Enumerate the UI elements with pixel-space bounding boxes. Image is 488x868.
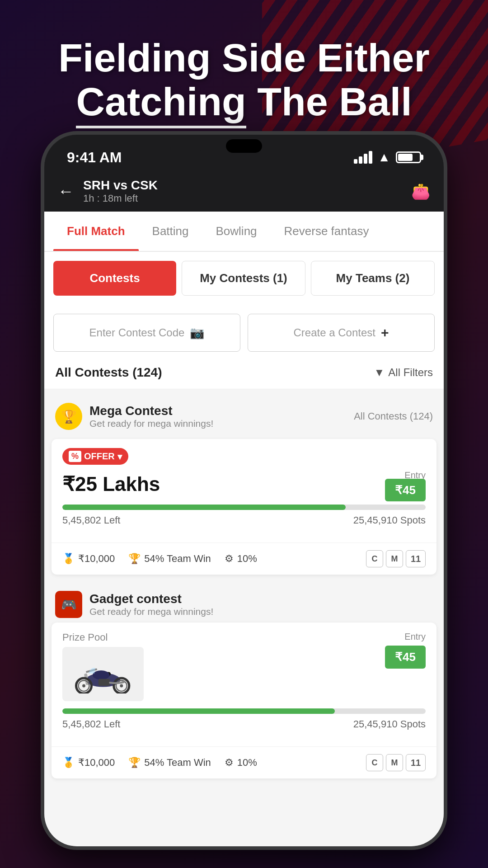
svg-point-2 bbox=[93, 670, 109, 679]
badge-num: 11 bbox=[406, 550, 426, 567]
all-contests-title: All Contests (124) bbox=[55, 365, 162, 380]
headline-section: Fielding Side Either Catching The Ball bbox=[0, 36, 488, 124]
mega-contest-card[interactable]: % OFFER ▾ ₹25 Lakhs Entry ₹45 bbox=[52, 439, 436, 575]
match-time-left: 1h : 18m left bbox=[83, 193, 158, 204]
gadget-badge-m: M bbox=[386, 754, 403, 771]
filter-button[interactable]: ▼ All Filters bbox=[374, 366, 433, 379]
gadget-contest-section: 🎮 Gadget contest Get ready for mega winn… bbox=[44, 582, 444, 778]
gadget-contest-card[interactable]: Prize Pool bbox=[52, 623, 436, 778]
headline-ball: The Ball bbox=[246, 79, 412, 124]
phone-frame: 9:41 AM ▲ ← SR bbox=[41, 131, 447, 850]
gadget-contest-name: Gadget contest bbox=[89, 592, 213, 606]
gadget-badge-c: C bbox=[366, 754, 383, 771]
prize-pool-image bbox=[62, 647, 144, 701]
svg-rect-11 bbox=[99, 679, 110, 685]
status-time: 9:41 AM bbox=[67, 149, 122, 166]
match-title: SRH vs CSK bbox=[83, 178, 158, 193]
chevron-down-icon: ▾ bbox=[117, 451, 122, 462]
team-badges: C M 11 bbox=[366, 550, 426, 567]
card-footer: 🥇 ₹10,000 🏆 54% Team Win ⚙ 10% C bbox=[52, 543, 436, 575]
status-icons: ▲ bbox=[354, 150, 421, 165]
total-spots: 25,45,910 Spots bbox=[353, 514, 426, 526]
prize-amount: ₹25 Lakhs bbox=[62, 472, 160, 495]
progress-fill bbox=[62, 505, 346, 510]
contests-header: All Contests (124) ▼ All Filters bbox=[44, 356, 444, 389]
gadget-spots-row: 5,45,802 Left 25,45,910 Spots bbox=[62, 718, 426, 730]
mega-contest-section: 🏆 Mega Contest Get ready for mega winnin… bbox=[44, 394, 444, 575]
subtab-contests[interactable]: Contests bbox=[53, 261, 176, 296]
mega-contest-icon: 🏆 bbox=[55, 403, 82, 430]
notch-inner bbox=[226, 139, 262, 153]
headline-line2: Catching The Ball bbox=[76, 79, 412, 128]
trophy-icon: 🥇 bbox=[62, 553, 75, 565]
qr-icon: 📷 bbox=[190, 326, 204, 340]
gadget-card-footer: 🥇 ₹10,000 🏆 54% Team Win ⚙ 10% C bbox=[52, 747, 436, 778]
motorcycle-svg bbox=[65, 655, 141, 693]
subtab-my-teams[interactable]: My Teams (2) bbox=[311, 261, 435, 296]
phone-content: Full Match Batting Bowling Reverse fanta… bbox=[44, 212, 444, 846]
gadget-trophy-icon: 🥇 bbox=[62, 757, 75, 769]
spots-left: 5,45,802 Left bbox=[62, 514, 120, 526]
first-prize-item: 🥇 ₹10,000 bbox=[62, 553, 115, 565]
gadget-gear-icon: ⚙ bbox=[225, 757, 234, 769]
progress-bar bbox=[62, 505, 426, 510]
tab-reverse-fantasy[interactable]: Reverse fantasy bbox=[271, 212, 383, 251]
status-bar: 9:41 AM ▲ bbox=[44, 135, 444, 171]
offer-badge: % OFFER ▾ bbox=[62, 448, 128, 465]
gadget-progress-fill bbox=[62, 708, 335, 714]
match-info: SRH vs CSK 1h : 18m left bbox=[83, 178, 158, 204]
wifi-icon: ▲ bbox=[378, 150, 390, 165]
gadget-first-prize-item: 🥇 ₹10,000 bbox=[62, 757, 115, 769]
gadget-entry-label: Entry bbox=[404, 632, 426, 642]
sub-tabs: Contests My Contests (1) My Teams (2) bbox=[44, 252, 444, 305]
notch bbox=[199, 135, 289, 157]
enter-contest-code-button[interactable]: Enter Contest Code 📷 bbox=[53, 314, 240, 352]
back-button[interactable]: ← bbox=[58, 182, 74, 201]
mega-contest-count: All Contests (124) bbox=[354, 410, 433, 422]
top-percent-item: ⚙ 10% bbox=[225, 553, 257, 565]
prize-pool-label: Prize Pool bbox=[62, 632, 144, 643]
tab-bowling[interactable]: Bowling bbox=[202, 212, 271, 251]
create-contest-button[interactable]: Create a Contest + bbox=[248, 314, 435, 352]
prize-row: ₹25 Lakhs Entry ₹45 bbox=[62, 470, 426, 497]
headline-text: Fielding Side Either Catching The Ball bbox=[27, 36, 461, 124]
gadget-contest-icon: 🎮 bbox=[55, 591, 82, 618]
percent-symbol: % bbox=[69, 451, 81, 462]
filter-icon: ▼ bbox=[374, 366, 385, 379]
subtab-my-contests[interactable]: My Contests (1) bbox=[182, 261, 305, 296]
badge-m: M bbox=[386, 550, 403, 567]
action-row: Enter Contest Code 📷 Create a Contest + bbox=[44, 305, 444, 356]
svg-point-7 bbox=[82, 684, 85, 687]
spots-row: 5,45,802 Left 25,45,910 Spots bbox=[62, 514, 426, 526]
mega-contest-name: Mega Contest bbox=[89, 404, 213, 418]
prize-image-row: Prize Pool bbox=[62, 632, 426, 701]
gadget-top-percent-item: ⚙ 10% bbox=[225, 757, 257, 769]
gear-icon: ⚙ bbox=[225, 553, 234, 565]
svg-point-10 bbox=[120, 684, 123, 687]
headline-catching: Catching bbox=[76, 79, 246, 128]
battery-icon bbox=[396, 151, 421, 163]
mega-contest-subtitle: Get ready for mega winnings! bbox=[89, 418, 213, 429]
mega-section-header: 🏆 Mega Contest Get ready for mega winnin… bbox=[44, 394, 444, 439]
gadget-contest-subtitle: Get ready for mega winnings! bbox=[89, 606, 213, 617]
gadget-total-spots: 25,45,910 Spots bbox=[353, 718, 426, 730]
tab-full-match[interactable]: Full Match bbox=[53, 212, 139, 251]
gadget-spots-left: 5,45,802 Left bbox=[62, 718, 120, 730]
tab-batting[interactable]: Batting bbox=[139, 212, 202, 251]
phone-container: 9:41 AM ▲ ← SR bbox=[41, 131, 447, 850]
plus-icon: + bbox=[381, 325, 389, 340]
gadget-badge-num: 11 bbox=[406, 754, 426, 771]
signal-bars-icon bbox=[354, 151, 372, 164]
badge-c: C bbox=[366, 550, 383, 567]
gadget-team-badges: C M 11 bbox=[366, 754, 426, 771]
wallet-icon[interactable]: 👛 bbox=[411, 182, 430, 200]
cup-icon: 🏆 bbox=[128, 553, 141, 565]
entry-fee: ₹45 bbox=[385, 479, 426, 501]
gadget-section-header: 🎮 Gadget contest Get ready for mega winn… bbox=[44, 582, 444, 623]
gadget-progress-bar bbox=[62, 708, 426, 714]
match-tabs: Full Match Batting Bowling Reverse fanta… bbox=[44, 212, 444, 252]
app-header: ← SRH vs CSK 1h : 18m left 👛 bbox=[44, 171, 444, 212]
gadget-cup-icon: 🏆 bbox=[128, 757, 141, 769]
team-win-item: 🏆 54% Team Win bbox=[128, 553, 211, 565]
gadget-entry-fee: ₹45 bbox=[385, 646, 426, 669]
